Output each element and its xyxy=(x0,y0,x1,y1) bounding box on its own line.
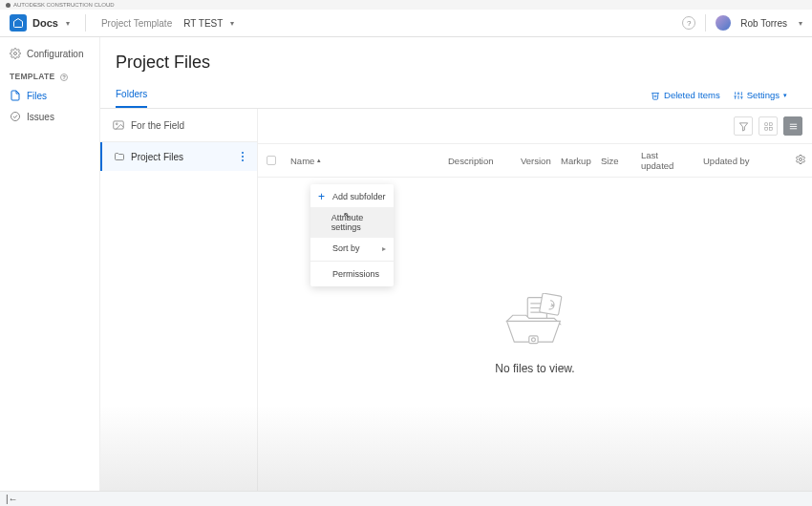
menu-divider xyxy=(310,261,394,262)
collapse-panel-icon[interactable]: |← xyxy=(6,494,18,504)
view-toolbar xyxy=(258,109,812,143)
sort-asc-icon: ▴ xyxy=(317,157,321,164)
sidebar-section-label: TEMPLATE ? xyxy=(0,64,99,85)
deleted-items-label: Deleted Items xyxy=(664,90,720,100)
section-help-icon[interactable]: ? xyxy=(60,74,68,81)
brand-bar: AUTODESK CONSTRUCTION CLOUD xyxy=(0,0,812,10)
header-divider-2 xyxy=(705,14,706,32)
sliders-icon xyxy=(734,91,743,100)
folder-template-label: For the Field xyxy=(131,120,184,131)
app-dropdown-icon[interactable]: ▾ xyxy=(66,19,70,28)
grid-icon xyxy=(763,121,774,132)
svg-rect-27 xyxy=(529,336,538,344)
chevron-down-icon: ▾ xyxy=(783,92,787,99)
column-markup[interactable]: Markup xyxy=(555,156,595,166)
svg-point-12 xyxy=(116,123,118,125)
folder-project-files[interactable]: Project Files xyxy=(102,142,257,171)
folder-context-menu: + Add subfolder Attribute settings ↖ Sor… xyxy=(310,184,394,286)
file-icon xyxy=(10,90,21,101)
column-updated-by[interactable]: Updated by xyxy=(697,156,789,166)
svg-rect-26 xyxy=(540,293,562,315)
column-size[interactable]: Size xyxy=(595,156,635,166)
list-icon xyxy=(788,121,799,132)
app-icon[interactable] xyxy=(10,14,27,32)
folder-icon xyxy=(114,151,125,162)
grid-view-button[interactable] xyxy=(759,116,778,136)
sidebar-item-label: Issues xyxy=(27,112,54,122)
menu-permissions[interactable]: Permissions xyxy=(310,264,394,285)
app-header: Docs ▾ Project Template RT TEST ▾ ? Rob … xyxy=(0,10,812,37)
column-last-updated[interactable]: Last updated xyxy=(635,150,697,171)
svg-rect-11 xyxy=(114,121,124,129)
svg-point-21 xyxy=(800,158,802,161)
sidebar-item-label: Files xyxy=(27,91,47,101)
tabs-bar: Folders Deleted Items Settings ▾ xyxy=(100,82,812,109)
settings-label: Settings xyxy=(747,90,780,100)
table-header: Name▴ Description Version Markup Size La… xyxy=(258,143,812,178)
user-name[interactable]: Rob Torres xyxy=(740,18,787,29)
menu-add-subfolder[interactable]: + Add subfolder xyxy=(310,186,394,207)
menu-item-label: Attribute settings xyxy=(331,213,386,232)
menu-item-label: Add subfolder xyxy=(332,192,386,201)
list-view-button[interactable] xyxy=(783,116,802,136)
sidebar-item-issues[interactable]: Issues xyxy=(0,106,99,127)
folder-more-icon[interactable] xyxy=(240,150,246,163)
template-dropdown-icon[interactable]: ▾ xyxy=(230,19,234,28)
template-label: Project Template xyxy=(101,18,172,29)
tab-folders[interactable]: Folders xyxy=(116,82,147,108)
column-settings-button[interactable] xyxy=(789,154,812,167)
settings-link[interactable]: Settings ▾ xyxy=(734,90,787,100)
menu-sort-by[interactable]: Sort by ▸ xyxy=(310,238,394,259)
empty-state-text: No files to view. xyxy=(495,362,574,375)
column-name[interactable]: Name▴ xyxy=(285,156,442,166)
cursor-icon: ↖ xyxy=(343,210,351,221)
deleted-items-link[interactable]: Deleted Items xyxy=(651,90,720,100)
svg-rect-15 xyxy=(769,122,772,125)
sidebar-item-configuration[interactable]: Configuration xyxy=(0,43,99,64)
folder-tree: For the Field Project Files xyxy=(100,109,258,491)
folder-label: Project Files xyxy=(131,152,183,162)
gear-icon xyxy=(795,154,806,165)
gear-icon xyxy=(10,48,21,59)
check-circle-icon xyxy=(10,111,21,122)
plus-icon: + xyxy=(318,193,327,201)
select-all-checkbox[interactable] xyxy=(267,156,276,165)
svg-point-1 xyxy=(11,113,20,121)
bottom-bar: |← xyxy=(0,491,812,506)
brand-logo-icon xyxy=(6,3,11,8)
menu-item-label: Sort by xyxy=(332,243,360,253)
column-description[interactable]: Description xyxy=(442,156,515,166)
svg-rect-17 xyxy=(769,127,772,130)
header-divider xyxy=(85,14,86,32)
chevron-right-icon: ▸ xyxy=(382,244,386,253)
brand-text: AUTODESK CONSTRUCTION CLOUD xyxy=(13,2,115,8)
svg-point-0 xyxy=(14,53,17,55)
help-icon[interactable]: ? xyxy=(682,16,695,30)
user-avatar[interactable] xyxy=(716,15,731,31)
page-title: Project Files xyxy=(100,37,812,82)
sidebar-item-label: Configuration xyxy=(27,49,83,59)
template-name[interactable]: RT TEST xyxy=(183,18,223,29)
menu-item-label: Permissions xyxy=(332,269,379,279)
menu-attribute-settings[interactable]: Attribute settings ↖ xyxy=(310,207,394,238)
svg-rect-16 xyxy=(764,127,767,130)
column-version[interactable]: Version xyxy=(515,156,555,166)
user-dropdown-icon[interactable]: ▾ xyxy=(799,19,802,28)
trash-icon xyxy=(651,91,660,100)
image-icon xyxy=(112,118,125,132)
sidebar: Configuration TEMPLATE ? Files Issues xyxy=(0,37,100,491)
sidebar-item-files[interactable]: Files xyxy=(0,85,99,106)
app-name[interactable]: Docs xyxy=(32,17,58,29)
empty-folder-icon xyxy=(497,293,573,352)
svg-rect-14 xyxy=(764,122,767,125)
folder-template-root[interactable]: For the Field xyxy=(100,109,257,142)
filter-button[interactable] xyxy=(734,116,753,136)
svg-marker-13 xyxy=(739,122,747,130)
filter-icon xyxy=(738,121,749,132)
